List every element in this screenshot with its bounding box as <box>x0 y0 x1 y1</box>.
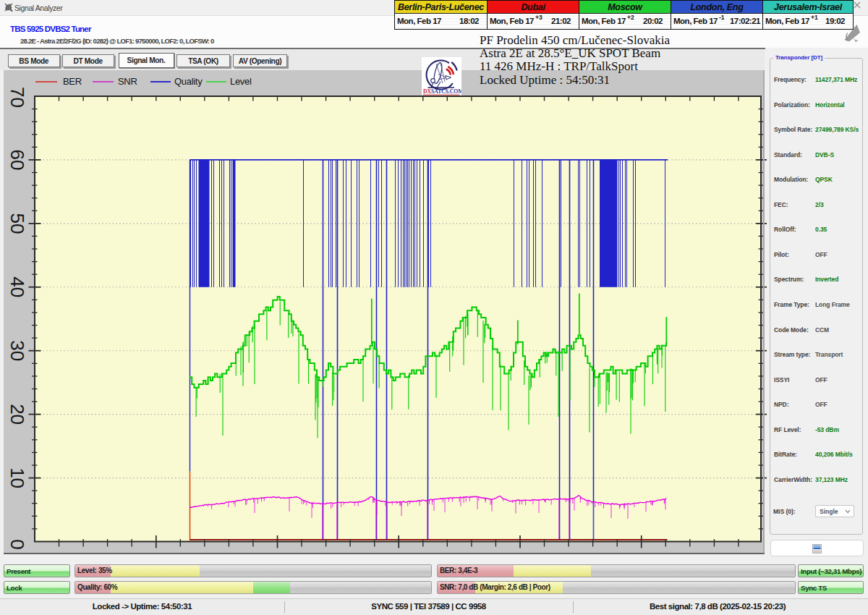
svg-text:70: 70 <box>7 87 28 108</box>
svg-text:SATCS.COM: SATCS.COM <box>431 88 461 95</box>
svg-text:60: 60 <box>7 149 28 170</box>
svg-text:0: 0 <box>7 539 28 549</box>
svg-text:10: 10 <box>7 467 28 488</box>
svg-text:DX: DX <box>423 88 431 95</box>
svg-text:20: 20 <box>7 404 28 425</box>
svg-text:50: 50 <box>7 213 28 234</box>
svg-text:30: 30 <box>7 340 28 361</box>
svg-text:40: 40 <box>7 276 28 297</box>
